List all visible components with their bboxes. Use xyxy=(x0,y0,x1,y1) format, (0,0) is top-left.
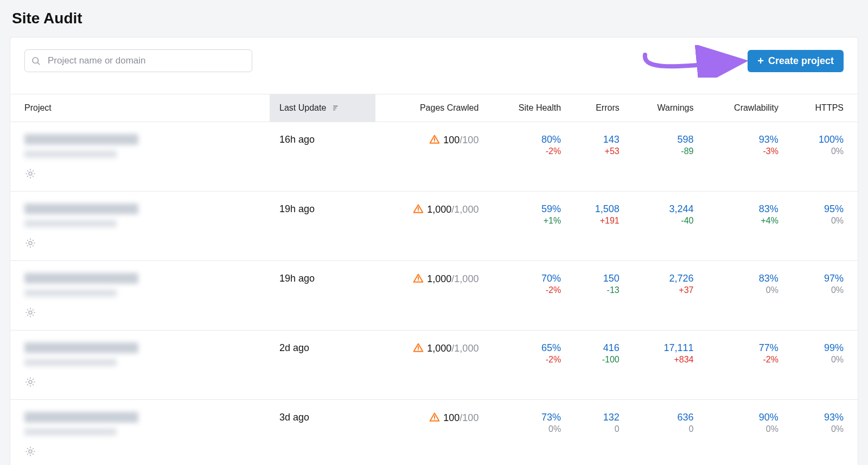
svg-point-7 xyxy=(434,141,435,142)
project-settings-button[interactable] xyxy=(24,376,36,390)
site-health-delta: 0% xyxy=(548,424,561,434)
svg-point-8 xyxy=(29,241,32,245)
project-settings-button[interactable] xyxy=(24,168,36,181)
gear-icon xyxy=(24,168,36,181)
cell-last-update: 16h ago xyxy=(270,122,375,192)
search-wrap xyxy=(24,49,252,72)
svg-point-14 xyxy=(29,380,32,384)
https-delta: 0% xyxy=(831,285,844,295)
svg-rect-2 xyxy=(333,106,337,106)
site-health-value[interactable]: 65% xyxy=(541,342,561,354)
project-domain-redacted xyxy=(24,150,117,158)
errors-delta: +53 xyxy=(605,146,620,156)
project-domain-redacted xyxy=(24,220,117,227)
projects-panel: + Create project Project Last Update Pag… xyxy=(10,37,858,465)
cell-https: 99%0% xyxy=(788,330,858,400)
https-value[interactable]: 97% xyxy=(824,273,844,284)
site-health-delta: -2% xyxy=(546,285,561,295)
errors-value[interactable]: 1,508 xyxy=(595,203,620,215)
cell-pages-crawled: 1,000/1,000 xyxy=(375,192,489,261)
col-crawlability[interactable]: Crawlability xyxy=(703,94,788,122)
crawlability-delta: -3% xyxy=(763,146,778,156)
project-settings-button[interactable] xyxy=(24,237,36,251)
cell-warnings: 17,111+834 xyxy=(629,330,704,400)
svg-line-1 xyxy=(37,62,39,64)
project-name-redacted[interactable] xyxy=(24,273,138,284)
col-https[interactable]: HTTPS xyxy=(788,94,858,122)
warning-icon xyxy=(413,342,424,353)
project-settings-button[interactable] xyxy=(24,307,36,320)
project-domain-redacted xyxy=(24,359,117,366)
crawlability-value[interactable]: 93% xyxy=(759,134,778,145)
https-delta: 0% xyxy=(831,355,844,365)
project-name-redacted[interactable] xyxy=(24,342,138,353)
page-title: Site Audit xyxy=(12,10,858,27)
https-delta: 0% xyxy=(831,146,844,156)
warnings-value[interactable]: 17,111 xyxy=(663,342,693,354)
svg-point-10 xyxy=(418,211,419,212)
site-health-value[interactable]: 70% xyxy=(541,273,561,284)
project-name-redacted[interactable] xyxy=(24,412,138,423)
cell-crawlability: 77%-2% xyxy=(703,330,788,400)
crawlability-value[interactable]: 83% xyxy=(759,203,778,215)
errors-value[interactable]: 416 xyxy=(603,342,620,354)
gear-icon xyxy=(24,307,36,320)
cell-errors: 150-13 xyxy=(571,261,629,330)
table-row: 19h ago1,000/1,00059%+1%1,508+1913,244-4… xyxy=(10,192,858,261)
errors-value[interactable]: 143 xyxy=(603,134,620,145)
https-value[interactable]: 95% xyxy=(824,203,844,215)
cell-last-update: 19h ago xyxy=(270,192,375,261)
svg-point-5 xyxy=(29,172,32,175)
crawlability-value[interactable]: 77% xyxy=(759,342,778,354)
col-project[interactable]: Project xyxy=(10,94,270,122)
plus-icon: + xyxy=(757,55,764,66)
warnings-delta: -40 xyxy=(681,216,693,226)
cell-errors: 416-100 xyxy=(571,330,629,400)
errors-value[interactable]: 150 xyxy=(603,273,620,284)
cell-https: 93%0% xyxy=(788,400,858,466)
col-pages-crawled[interactable]: Pages Crawled xyxy=(375,94,489,122)
cell-site-health: 70%-2% xyxy=(488,261,571,330)
warnings-value[interactable]: 2,726 xyxy=(669,273,693,284)
project-settings-button[interactable] xyxy=(24,445,36,459)
svg-point-17 xyxy=(29,450,32,453)
site-health-value[interactable]: 80% xyxy=(541,134,561,145)
crawlability-delta: 0% xyxy=(766,285,778,295)
cell-errors: 143+53 xyxy=(571,122,629,192)
crawlability-value[interactable]: 90% xyxy=(759,412,778,423)
warning-icon xyxy=(429,412,440,423)
cell-crawlability: 93%-3% xyxy=(703,122,788,192)
warnings-value[interactable]: 598 xyxy=(677,134,693,145)
https-value[interactable]: 93% xyxy=(824,412,844,423)
col-errors[interactable]: Errors xyxy=(571,94,629,122)
warnings-value[interactable]: 3,244 xyxy=(669,203,693,215)
sort-desc-icon xyxy=(332,104,340,112)
project-name-redacted[interactable] xyxy=(24,203,138,214)
col-last-update[interactable]: Last Update xyxy=(270,94,375,122)
site-health-value[interactable]: 59% xyxy=(541,203,561,215)
cell-site-health: 59%+1% xyxy=(488,192,571,261)
https-value[interactable]: 100% xyxy=(819,134,844,145)
projects-table: Project Last Update Pages Crawled Site H… xyxy=(10,94,858,465)
search-input[interactable] xyxy=(24,49,252,72)
errors-value[interactable]: 132 xyxy=(603,412,620,423)
crawlability-value[interactable]: 83% xyxy=(759,273,778,284)
cell-warnings: 2,726+37 xyxy=(629,261,704,330)
col-warnings[interactable]: Warnings xyxy=(629,94,704,122)
search-icon xyxy=(31,56,41,66)
gear-icon xyxy=(24,445,36,459)
col-site-health[interactable]: Site Health xyxy=(488,94,571,122)
project-name-redacted[interactable] xyxy=(24,134,138,145)
table-row: 19h ago1,000/1,00070%-2%150-132,726+3783… xyxy=(10,261,858,330)
cell-last-update: 19h ago xyxy=(270,261,375,330)
site-health-value[interactable]: 73% xyxy=(541,412,561,423)
warnings-delta: +37 xyxy=(679,285,693,295)
https-value[interactable]: 99% xyxy=(824,342,844,354)
create-project-button[interactable]: + Create project xyxy=(748,50,844,72)
callout-arrow-icon xyxy=(641,45,749,78)
warnings-value[interactable]: 636 xyxy=(677,412,693,423)
cell-pages-crawled: 100/100 xyxy=(375,400,489,466)
warning-icon xyxy=(429,134,440,145)
project-domain-redacted xyxy=(24,289,117,297)
svg-point-16 xyxy=(418,349,419,351)
